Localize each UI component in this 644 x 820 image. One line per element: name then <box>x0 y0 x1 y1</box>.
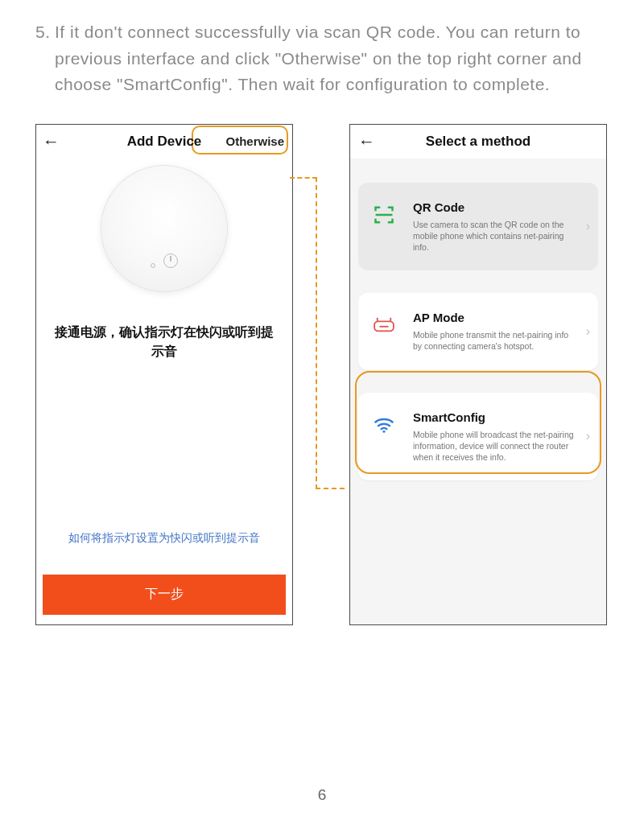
router-icon <box>369 311 398 340</box>
method-title: QR Code <box>413 200 585 214</box>
method-card-qr[interactable]: QR Code Use camera to scan the QR code o… <box>358 183 598 271</box>
method-desc: Mobile phone will broadcast the net-pair… <box>413 429 574 464</box>
method-list: QR Code Use camera to scan the QR code o… <box>350 159 606 480</box>
page-title: Add Device <box>127 134 202 150</box>
next-button[interactable]: 下一步 <box>43 575 286 615</box>
help-link-cn[interactable]: 如何将指示灯设置为快闪或听到提示音 <box>36 531 292 546</box>
connector-dashed-line <box>290 177 317 179</box>
back-arrow-icon[interactable]: ← <box>358 133 375 150</box>
method-card-ap[interactable]: AP Mode Mobile phone transmit the net-pa… <box>358 293 598 369</box>
power-icon <box>163 253 178 268</box>
svg-point-3 <box>382 430 385 432</box>
page: 5. If it don't connect successfully via … <box>0 0 644 820</box>
phone-right-select-method: ← Select a method QR Code Use camera to … <box>349 124 607 625</box>
title-bar: ← Add Device Otherwise <box>36 125 292 159</box>
qr-scan-icon <box>369 200 398 229</box>
page-number: 6 <box>318 786 327 804</box>
method-text: QR Code Use camera to scan the QR code o… <box>413 200 585 253</box>
connector-dashed-line <box>316 488 345 489</box>
phone-left-add-device: ← Add Device Otherwise 接通电源，确认指示灯在快闪或听到提… <box>35 124 293 625</box>
chevron-right-icon: › <box>586 429 590 443</box>
method-desc: Use camera to scan the QR code on the mo… <box>413 219 574 253</box>
otherwise-button[interactable]: Otherwise <box>225 134 284 148</box>
connector-dashed-line <box>316 177 317 489</box>
step-number: 5. <box>35 19 51 46</box>
wifi-icon <box>369 410 398 439</box>
method-text: SmartConfig Mobile phone will broadcast … <box>413 410 585 464</box>
method-card-smartconfig[interactable]: SmartConfig Mobile phone will broadcast … <box>358 393 598 481</box>
method-title: SmartConfig <box>413 410 585 424</box>
device-disc-icon <box>101 165 228 292</box>
method-desc: Mobile phone transmit the net-pairing in… <box>413 329 574 352</box>
instruction-cn-text: 接通电源，确认指示灯在快闪或听到提示音 <box>36 297 292 363</box>
instruction-text: 5. If it don't connect successfully via … <box>35 19 609 98</box>
chevron-right-icon: › <box>586 324 590 339</box>
step-body: If it don't connect successfully via sca… <box>55 23 582 93</box>
method-title: AP Mode <box>413 311 585 324</box>
device-illustration <box>36 159 292 297</box>
back-arrow-icon[interactable]: ← <box>43 133 60 150</box>
indicator-dot-icon <box>151 263 155 268</box>
method-text: AP Mode Mobile phone transmit the net-pa… <box>413 311 585 352</box>
phone-screenshots-row: ← Add Device Otherwise 接通电源，确认指示灯在快闪或听到提… <box>35 124 609 625</box>
page-title: Select a method <box>426 134 530 150</box>
chevron-right-icon: › <box>586 219 590 233</box>
title-bar: ← Select a method <box>350 125 606 159</box>
